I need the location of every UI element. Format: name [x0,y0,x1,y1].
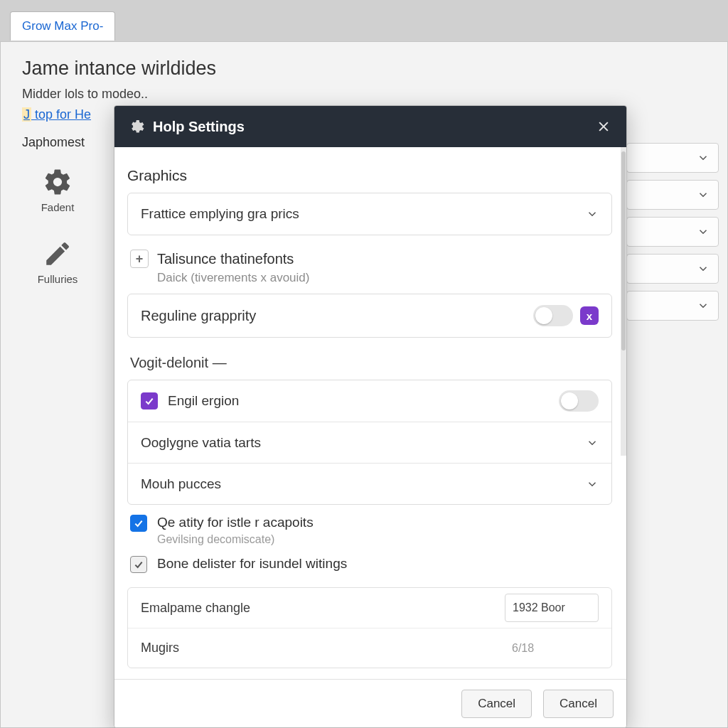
toggle-reguline[interactable]: Reguline grapprity x [127,294,612,338]
row-label: Mouh pucces [141,476,586,492]
bg-dropdown-2[interactable] [626,180,719,210]
kv-row-emalpame: Emalpame changle 1932 Boor [128,588,611,628]
check-bone[interactable]: Bone delister for isundel witings [130,556,612,573]
modal-header: Holp Settings [114,106,626,147]
plus-icon: + [130,250,149,268]
row-ooglygne[interactable]: Ooglygne vatia tarts [128,422,611,463]
expander-description: Daick (tiverements x avouid) [157,271,612,285]
check-sublabel: Gevilsing decomiscate) [157,533,314,546]
close-button[interactable] [594,117,614,136]
kv-card: Emalpame changle 1932 Boor Mugirs 6/18 [127,587,612,668]
close-badge-icon[interactable]: x [580,306,599,325]
kv-value: 6/18 [505,634,599,663]
page-link[interactable]: J top for He [22,107,91,122]
scrollbar[interactable] [621,147,626,456]
bg-dropdown-3[interactable] [626,217,719,247]
toggle-label: Reguline grapprity [141,308,533,324]
row-label: Engil ergion [168,393,559,409]
graphics-dropdown[interactable]: Frattice emplying gra prics [127,193,612,235]
cancel-button-2[interactable]: Cancel [543,690,614,718]
page-title: Jame intance wirldides [22,58,706,80]
expander-header[interactable]: + Talisunce thatinefonts [130,250,612,268]
cancel-button[interactable]: Cancel [461,690,532,718]
chevron-down-icon [586,437,599,449]
chevron-down-icon [697,299,710,312]
checkbox-icon[interactable] [130,556,147,573]
tab-active[interactable]: Grow Max Pro- [10,11,115,41]
checkbox-icon[interactable] [141,392,158,410]
modal-footer: Cancel Cancel [114,679,626,727]
kv-row-mugirs: Mugirs 6/18 [128,628,611,668]
toggle-switch[interactable] [533,305,573,326]
toggle-switch[interactable] [559,390,599,412]
page-subheading: Midder lols to modeo.. [22,87,706,102]
sidebar-tool-label: Fadent [41,201,75,213]
chevron-down-icon [586,478,599,491]
check-label: Qe atity for istle r acapoits [157,515,314,530]
gear-icon [43,167,73,197]
row-mouh[interactable]: Mouh pucces [128,463,611,504]
sidebar-tool-edit[interactable]: Fulluries [25,239,90,285]
pencil-icon [43,239,73,269]
row-label: Ooglygne vatia tarts [141,435,586,451]
chevron-down-icon [697,225,710,238]
chevron-down-icon [697,262,710,275]
bg-dropdown-1[interactable] [626,143,719,173]
gear-icon [127,118,144,135]
expander-label: Talisunce thatinefonts [157,251,294,267]
row-engil[interactable]: Engil ergion [128,380,611,422]
section-title-graphics: Graphics [127,167,612,184]
settings-modal: Holp Settings Graphics Frattice emplying… [114,105,627,728]
vogit-list: Engil ergion Ooglygne vatia tarts Mouh p… [127,380,612,505]
section-title-vogit: Vogit-delonit — [130,355,612,371]
check-qeatity[interactable]: Qe atity for istle r acapoits Gevilsing … [130,515,612,546]
sidebar-tool-settings[interactable]: Fadent [25,167,90,213]
bg-dropdown-4[interactable] [626,254,719,284]
side-label: Japhomest [22,135,85,150]
kv-key: Mugirs [141,641,505,655]
tab-strip: Grow Max Pro- [0,0,728,41]
chevron-down-icon [586,208,599,220]
modal-title: Holp Settings [153,119,245,135]
modal-body: Graphics Frattice emplying gra prics + T… [114,147,626,679]
sidebar-tool-label: Fulluries [38,273,78,285]
graphics-dropdown-value: Frattice emplying gra prics [141,206,586,222]
chevron-down-icon [697,188,710,201]
bg-dropdown-5[interactable] [626,291,719,321]
check-label: Bone delister for isundel witings [157,556,347,572]
chevron-down-icon [697,151,710,164]
checkbox-icon[interactable] [130,515,147,532]
kv-key: Emalpame changle [141,601,505,616]
scrollbar-thumb[interactable] [621,151,626,350]
kv-value-input[interactable]: 1932 Boor [505,594,599,622]
